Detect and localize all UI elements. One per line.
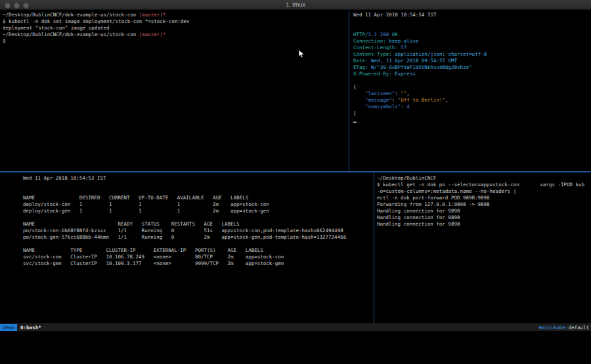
terminal-line — [23, 214, 397, 221]
window-tab-bash[interactable]: 0:bash* — [20, 325, 41, 331]
terminal-line: svc/stock-gen ClusterIP 10.109.3.177 <no… — [23, 260, 397, 267]
text-segment: X-Powered-By: — [353, 71, 392, 77]
text-segment: NAME READY STATUS RESTARTS AGE LABELS — [23, 221, 240, 227]
text-segment: Connection: — [353, 38, 386, 44]
text-segment: ~/Desktop/DublinCNCF/dok-example-us/stoc… — [3, 31, 139, 37]
text-segment: Wed 11 Apr 2018 10:54:53 IST — [23, 175, 106, 181]
terminal-line: Forwarding from 127.0.0.1:9898 -> 9898 — [377, 201, 591, 208]
text-segment: "numsymbols" — [365, 104, 401, 110]
text-segment: keep-alive — [386, 38, 419, 44]
terminal-line: Wed 11 Apr 2018 10:54:53 IST — [23, 175, 397, 182]
text-segment: : — [401, 104, 406, 110]
terminal-line: po/stock-con-bb68f88fd-kzsxz 1/1 Running… — [23, 228, 397, 234]
text-segment: po/stock-con-bb68f88fd-kzsxz 1/1 Running… — [23, 228, 343, 233]
terminal-line: -o=custom-columns=:metadata.name --no-he… — [377, 188, 591, 195]
window-titlebar: 1. tmux — [0, 0, 591, 10]
text-segment: deployment "stock-con" image updated — [3, 25, 110, 31]
text-segment: Content-Type: — [353, 51, 392, 57]
terminal-line: svc/stock-con ClusterIP 10.106.78.249 <n… — [23, 254, 397, 260]
text-segment: (master)* — [139, 12, 166, 18]
pane-top-left-shell[interactable]: ~/Desktop/DublinCNCF/dok-example-us/stoc… — [0, 10, 351, 173]
text-segment: $ kubectl -n dok set image deployment/st… — [3, 18, 189, 24]
status-left: demo 0:bash* — [0, 324, 41, 331]
text-segment: Date: — [353, 58, 368, 64]
text-segment: $ kubectl get -n dok po --selector=app=s… — [377, 182, 584, 188]
text-segment: 200 — [380, 31, 389, 37]
text-segment: 1.1 — [368, 31, 378, 37]
text-segment: NAME TYPE CLUSTER-IP EXTERNAL-IP PORT(S)… — [23, 247, 263, 253]
terminal-line: Handling connection for 9898 — [377, 221, 591, 228]
text-segment: "message" — [365, 97, 392, 103]
terminal-line: Content-Length: 57 — [353, 45, 591, 51]
terminal-line: $ kubectl -n dok set image deployment/st… — [3, 18, 351, 25]
close-button[interactable] — [5, 3, 11, 9]
text-segment — [353, 97, 365, 103]
terminal-line — [23, 188, 397, 195]
pane-bottom-left-kubectl-watch[interactable]: Wed 11 Apr 2018 10:54:53 IST NAME DESIRE… — [0, 172, 397, 326]
text-segment: "" — [401, 91, 406, 96]
terminal-line: Handling connection for 9898 — [377, 208, 591, 214]
text-segment: ▁ — [353, 117, 357, 123]
text-segment: svc/stock-gen ClusterIP 10.109.3.177 <no… — [23, 260, 284, 266]
terminal-line: $ — [3, 38, 351, 45]
text-segment — [353, 91, 365, 96]
text-segment: ETag: — [353, 64, 368, 70]
terminal-line — [23, 182, 397, 188]
text-segment: deploy/stock-gen 1 1 1 1 2m app=stock-ge… — [23, 208, 269, 214]
terminal-line: } — [353, 110, 591, 117]
text-segment: $ — [3, 38, 6, 44]
terminal-line: deployment "stock-con" image updated — [3, 25, 351, 31]
text-segment: ectl -n dok port-forward POD 9898:9898 — [377, 195, 490, 201]
text-segment: -o=custom-columns=:metadata.name --no-he… — [377, 188, 516, 194]
text-segment: 57 — [398, 45, 407, 51]
text-segment: application/json; charset=utf-8 — [392, 51, 487, 57]
terminal-line: NAME READY STATUS RESTARTS AGE LABELS — [23, 221, 397, 228]
traffic-lights — [5, 3, 29, 9]
tmux-status-bar: demo 0:bash* ☸ minikube : default — [0, 323, 591, 331]
text-segment: ~/Desktop/DublinCNCF — [377, 175, 436, 181]
zoom-button[interactable] — [23, 3, 29, 9]
minimize-button[interactable] — [14, 3, 20, 9]
terminal-line: Date: Wed, 11 Apr 2018 09:54:55 GMT — [353, 58, 591, 64]
text-segment: , — [406, 91, 410, 96]
status-right: ☸ minikube : default — [538, 325, 589, 331]
text-segment: } — [353, 110, 357, 116]
text-segment: "lastseen" — [365, 91, 395, 96]
terminal-line: ectl -n dok port-forward POD 9898:9898 — [377, 195, 591, 201]
window-title: 1. tmux — [0, 0, 591, 9]
terminal-line: ▁ — [353, 117, 591, 123]
terminal-line: deploy/stock-con 1 1 1 1 2m app=stock-co… — [23, 201, 397, 208]
pane-top-right-http-watch[interactable]: Wed 11 Apr 2018 10:54:54 IST HTTP/1.1 20… — [349, 10, 591, 173]
text-segment: { — [353, 84, 357, 90]
text-segment: po/stock-gen-576cc688bb-44kmn 1/1 Runnin… — [23, 234, 346, 240]
terminal-line: Connection: keep-alive — [353, 38, 591, 45]
text-segment: Handling connection for 9898 — [377, 208, 460, 214]
terminal-line: "message": "Off to Berlin!", — [353, 97, 591, 104]
text-segment: Handling connection for 9898 — [377, 221, 460, 227]
namespace-name: default — [568, 325, 589, 331]
terminal-line: deploy/stock-gen 1 1 1 1 2m app=stock-ge… — [23, 208, 397, 214]
terminal-line: ~/Desktop/DublinCNCF — [377, 175, 591, 182]
terminal-line: ETag: W/"39-0xBPf9aF1dXVNkhsxoBQgJ8vKzo" — [353, 64, 591, 71]
terminal-line: ~/Desktop/DublinCNCF/dok-example-us/stoc… — [3, 31, 351, 38]
terminal-line: ~/Desktop/DublinCNCF/dok-example-us/stoc… — [3, 12, 351, 18]
text-segment: NAME DESIRED CURRENT UP-TO-DATE AVAILABL… — [23, 195, 248, 201]
terminal-line: { — [353, 84, 591, 91]
terminal-window: 1. tmux ~/Desktop/DublinCNCF/dok-example… — [0, 0, 591, 364]
terminal-line: Wed 11 Apr 2018 10:54:54 IST — [353, 12, 591, 18]
terminal-line — [353, 77, 591, 84]
text-segment: 4 — [406, 104, 410, 110]
terminal-line — [353, 18, 591, 25]
pane-bottom-right-port-forward[interactable]: ~/Desktop/DublinCNCF$ kubectl get -n dok… — [374, 172, 591, 326]
text-segment: svc/stock-con ClusterIP 10.106.78.249 <n… — [23, 254, 284, 260]
text-segment: deploy/stock-con 1 1 1 1 2m app=stock-co… — [23, 201, 269, 207]
terminal-line: "lastseen": "", — [353, 91, 591, 97]
terminal-line: Handling connection for 9898 — [377, 214, 591, 221]
session-name-badge[interactable]: demo — [0, 324, 17, 331]
tmux-session: ~/Desktop/DublinCNCF/dok-example-us/stoc… — [0, 10, 591, 323]
text-segment: HTTP/ — [353, 31, 368, 37]
text-segment: (master)* — [139, 31, 166, 37]
terminal-line — [353, 25, 591, 31]
text-segment: , — [445, 97, 449, 103]
text-segment: W/"39-0xBPf9aF1dXVNkhsxoBQgJ8vKzo" — [368, 64, 472, 70]
